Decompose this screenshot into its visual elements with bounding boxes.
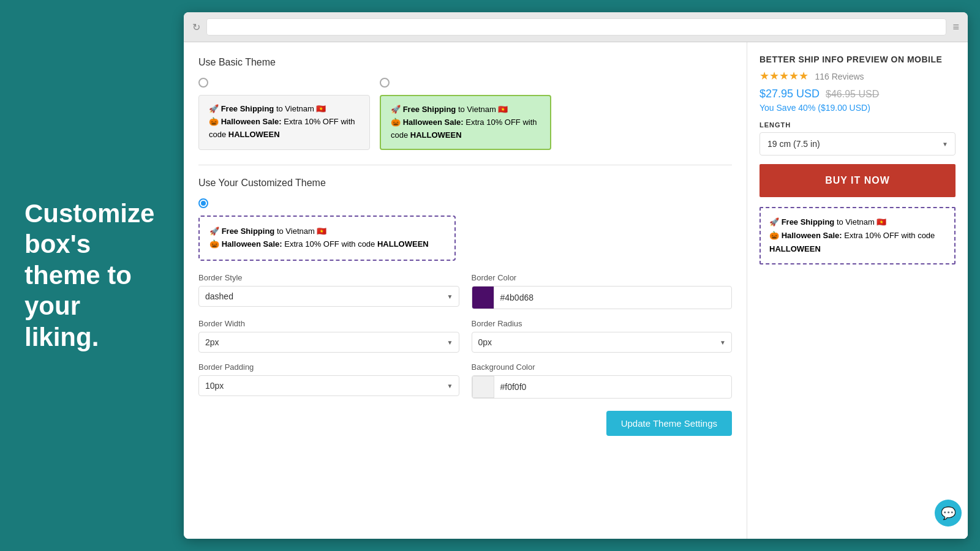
update-theme-button[interactable]: Update Theme Settings xyxy=(606,411,732,436)
length-select[interactable]: 19 cm (7.5 in) xyxy=(760,132,956,156)
preview-text-light-1: 🚀 Free Shipping to Vietnam 🇻🇳 xyxy=(209,103,360,116)
side-free-shipping: Free Shipping xyxy=(782,217,835,227)
border-radius-label: Border Radius xyxy=(472,319,733,328)
border-padding-select[interactable]: 5px 10px 15px 20px xyxy=(198,375,459,396)
customized-radio[interactable] xyxy=(198,198,208,208)
basic-theme-preview-light: 🚀 Free Shipping to Vietnam 🇻🇳 🎃 Hallowee… xyxy=(198,95,370,150)
preview-text-green-1: 🚀 Free Shipping to Vietnam 🇻🇳 xyxy=(391,103,540,116)
side-preview-box: 🚀 Free Shipping to Vietnam 🇻🇳 🎃 Hallowee… xyxy=(760,207,956,264)
border-radius-select[interactable]: 0px 4px 8px 12px xyxy=(472,332,733,353)
side-preview-line2: 🎃 Halloween Sale: Extra 10% OFF with cod… xyxy=(769,229,946,256)
browser-content: Use Basic Theme 🚀 Free Shipping to Vietn… xyxy=(184,42,968,539)
price-current: $27.95 USD xyxy=(760,88,820,100)
side-halloween: Halloween Sale: xyxy=(782,231,842,240)
preview-country-green: to Vietnam 🇻🇳 xyxy=(456,105,508,114)
preview-code-green: HALLOWEEN xyxy=(410,130,462,140)
side-code: HALLOWEEN xyxy=(769,244,821,253)
preview-text-light-2: 🎃 Halloween Sale: Extra 10% OFF with cod… xyxy=(209,116,360,141)
preview-country-custom: to Vietnam 🇻🇳 xyxy=(274,227,326,236)
preview-halloween-emoji: 🎃 xyxy=(209,117,221,126)
browser-chrome: ↻ ≡ xyxy=(184,12,968,42)
background-color-input: #f0f0f0 xyxy=(472,375,733,399)
customized-theme-section: Use Your Customized Theme 🚀 Free Shippin… xyxy=(198,178,732,261)
reload-icon[interactable]: ↻ xyxy=(192,21,200,33)
border-style-select[interactable]: dashed solid dotted none xyxy=(198,286,459,307)
browser-content-wrapper: Use Basic Theme 🚀 Free Shipping to Vietn… xyxy=(184,42,968,539)
preview-discount-custom: Extra 10% OFF with code xyxy=(282,239,377,249)
background-color-label: Background Color xyxy=(472,362,733,372)
preview-text-green-2: 🎃 Halloween Sale: Extra 10% OFF with cod… xyxy=(391,116,540,142)
border-style-wrapper: dashed solid dotted none xyxy=(198,286,459,307)
side-rocket-emoji: 🚀 xyxy=(769,217,782,227)
border-width-group: Border Width 1px 2px 3px 4px xyxy=(198,319,459,353)
side-discount: Extra 10% OFF with code xyxy=(842,231,935,240)
basic-theme-preview-green: 🚀 Free Shipping to Vietnam 🇻🇳 🎃 Hallowee… xyxy=(380,95,551,150)
border-style-group: Border Style dashed solid dotted none xyxy=(198,273,459,309)
basic-theme-title: Use Basic Theme xyxy=(198,57,732,68)
preview-text-custom-2: 🎃 Halloween Sale: Extra 10% OFF with cod… xyxy=(209,238,445,251)
menu-icon[interactable]: ≡ xyxy=(952,21,959,34)
side-panel: BETTER SHIP INFO PREVIEW ON MOBILE ★★★★★… xyxy=(747,42,968,539)
section-divider xyxy=(198,165,732,165)
preview-rocket-emoji: 🚀 xyxy=(209,104,221,113)
preview-rocket-emoji-green: 🚀 xyxy=(391,105,403,114)
customized-preview-box: 🚀 Free Shipping to Vietnam 🇻🇳 🎃 Hallowee… xyxy=(198,216,456,261)
border-width-wrapper: 1px 2px 3px 4px xyxy=(198,332,459,353)
price-save: You Save 40% ($19.00 USD) xyxy=(760,103,956,113)
preview-code-text: HALLOWEEN xyxy=(228,130,280,139)
basic-theme-radio-row xyxy=(198,78,732,88)
length-label: LENGTH xyxy=(760,121,956,129)
preview-country-text: to Vietnam 🇻🇳 xyxy=(274,104,326,113)
update-btn-row: Update Theme Settings xyxy=(198,411,732,436)
border-color-input: #4b0d68 xyxy=(472,286,733,309)
price-original: $46.95 USD xyxy=(826,89,879,100)
border-color-swatch[interactable] xyxy=(472,287,494,309)
preview-halloween-text: Halloween Sale: xyxy=(221,117,282,126)
side-country: to Vietnam 🇻🇳 xyxy=(834,217,886,227)
review-count: 116 Reviews xyxy=(815,72,864,81)
price-row: $27.95 USD $46.95 USD xyxy=(760,88,956,100)
preview-free-shipping-green: Free Shipping xyxy=(403,105,456,114)
preview-halloween-emoji-green: 🎃 xyxy=(391,118,403,127)
border-padding-group: Border Padding 5px 10px 15px 20px xyxy=(198,362,459,399)
preview-halloween-emoji-custom: 🎃 xyxy=(209,239,222,249)
address-bar[interactable] xyxy=(206,18,946,36)
side-halloween-emoji: 🎃 xyxy=(769,231,782,240)
basic-theme-radio-right[interactable] xyxy=(380,78,390,88)
star-rating: ★★★★★ xyxy=(760,69,809,83)
border-width-select[interactable]: 1px 2px 3px 4px xyxy=(198,332,459,353)
main-panel: Use Basic Theme 🚀 Free Shipping to Vietn… xyxy=(184,42,747,539)
background-color-value[interactable]: #f0f0f0 xyxy=(494,382,732,392)
preview-halloween-green: Halloween Sale: xyxy=(403,118,464,127)
side-title: BETTER SHIP INFO PREVIEW ON MOBILE xyxy=(760,54,956,64)
border-color-value[interactable]: #4b0d68 xyxy=(494,293,732,302)
theme-form: Border Style dashed solid dotted none xyxy=(198,273,732,399)
side-preview-line1: 🚀 Free Shipping to Vietnam 🇻🇳 xyxy=(769,216,946,229)
border-padding-wrapper: 5px 10px 15px 20px xyxy=(198,375,459,396)
customized-theme-title: Use Your Customized Theme xyxy=(198,178,732,189)
border-radius-wrapper: 0px 4px 8px 12px xyxy=(472,332,733,353)
border-padding-label: Border Padding xyxy=(198,362,459,372)
basic-theme-radio-left[interactable] xyxy=(198,78,208,88)
length-select-wrapper: 19 cm (7.5 in) xyxy=(760,132,956,156)
border-color-label: Border Color xyxy=(472,273,733,282)
star-rating-row: ★★★★★ 116 Reviews xyxy=(760,69,956,83)
background-color-swatch[interactable] xyxy=(472,376,494,398)
basic-theme-previews: 🚀 Free Shipping to Vietnam 🇻🇳 🎃 Hallowee… xyxy=(198,95,732,150)
border-color-group: Border Color #4b0d68 xyxy=(472,273,733,309)
basic-theme-section: Use Basic Theme 🚀 Free Shipping to Vietn… xyxy=(198,57,732,150)
hero-text: Customize box's theme to your liking. xyxy=(0,174,184,377)
chat-bubble[interactable]: 💬 xyxy=(935,500,962,527)
preview-text-custom-1: 🚀 Free Shipping to Vietnam 🇻🇳 xyxy=(209,225,445,238)
preview-halloween-custom: Halloween Sale: xyxy=(222,239,282,249)
preview-rocket-custom: 🚀 xyxy=(209,227,222,236)
border-width-label: Border Width xyxy=(198,319,459,328)
border-style-label: Border Style xyxy=(198,273,459,282)
customized-radio-row xyxy=(198,198,732,208)
background-color-group: Background Color #f0f0f0 xyxy=(472,362,733,399)
buy-now-button[interactable]: BUY IT NOW xyxy=(760,164,956,197)
preview-free-shipping-text: Free Shipping xyxy=(221,104,274,113)
browser-window: ↻ ≡ Use Basic Theme xyxy=(184,12,968,539)
preview-code-custom: HALLOWEEN xyxy=(377,239,429,249)
preview-free-shipping-custom: Free Shipping xyxy=(222,227,275,236)
